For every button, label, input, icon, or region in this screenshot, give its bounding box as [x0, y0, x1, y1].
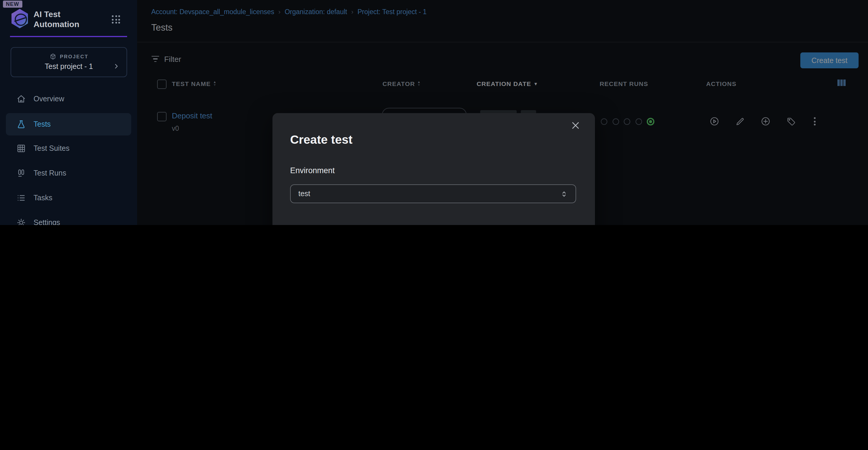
project-label: PROJECT — [60, 54, 88, 59]
app-switcher-icon[interactable] — [112, 15, 121, 25]
brand-divider — [10, 36, 127, 37]
app-root: Account: Devspace_all_module_licenses › … — [0, 0, 868, 225]
sidebar-item-test-runs[interactable]: Test Runs — [6, 162, 131, 185]
environment-label: Environment — [290, 166, 335, 175]
sidebar-item-settings[interactable]: Settings — [6, 212, 131, 225]
gear-icon — [17, 218, 26, 225]
environment-select[interactable]: test — [290, 185, 576, 203]
grid-icon — [17, 144, 26, 153]
select-stepper-icon — [560, 189, 568, 198]
tasks-icon — [17, 193, 26, 203]
environment-value: test — [298, 190, 310, 198]
flask-icon — [17, 119, 26, 129]
project-selector[interactable]: PROJECT Test project - 1 — [10, 47, 127, 77]
app-name: AI TestAutomation — [34, 9, 80, 29]
chevron-right-icon — [113, 63, 120, 69]
modal-title: Create test — [290, 133, 352, 147]
sidebar: NEW AI TestAutomation PROJECT Test proje… — [0, 0, 137, 225]
test-runs-icon — [17, 168, 26, 178]
close-icon[interactable] — [570, 120, 581, 131]
sidebar-item-test-suites[interactable]: Test Suites — [6, 137, 131, 160]
home-icon — [17, 94, 26, 104]
sidebar-item-tests[interactable]: Tests — [6, 113, 131, 136]
project-name: Test project - 1 — [11, 62, 126, 71]
sidebar-item-overview[interactable]: Overview — [6, 88, 131, 110]
new-badge: NEW — [3, 1, 22, 8]
app-logo-icon[interactable] — [10, 9, 29, 28]
create-test-modal: Create test Environment test Start URL h… — [273, 113, 595, 225]
sidebar-item-tasks[interactable]: Tasks — [6, 187, 131, 209]
cube-icon — [49, 53, 56, 60]
